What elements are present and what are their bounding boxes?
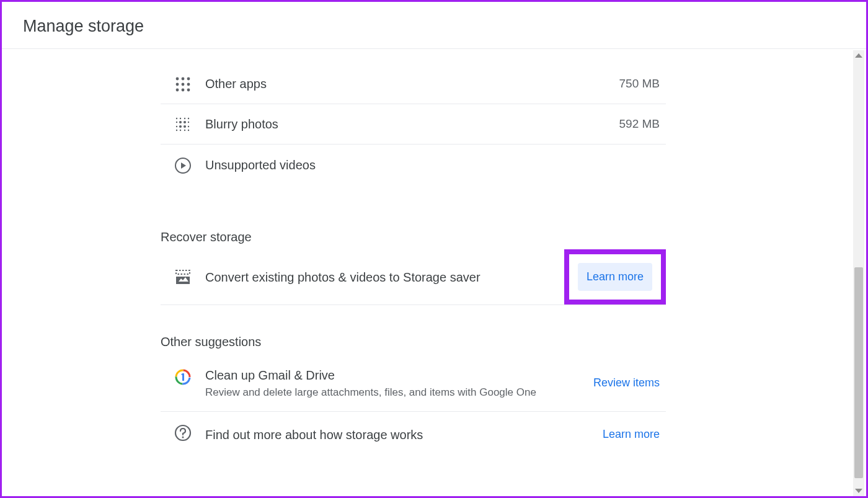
storage-row-unsupported-videos[interactable]: Unsupported videos <box>161 145 666 185</box>
svg-point-3 <box>176 83 179 86</box>
svg-point-17 <box>176 126 177 127</box>
review-items-link[interactable]: Review items <box>587 371 666 394</box>
highlight-annotation: Learn more <box>564 249 666 305</box>
svg-point-9 <box>176 118 177 119</box>
suggestion-row-learn-storage[interactable]: Find out more about how storage works Le… <box>161 412 666 457</box>
learn-more-link[interactable]: Learn more <box>596 423 666 446</box>
page-title: Manage storage <box>2 2 866 49</box>
help-circle-icon <box>161 423 205 442</box>
play-circle-icon <box>161 156 205 174</box>
svg-point-11 <box>184 118 185 119</box>
recover-row: Convert existing photos & videos to Stor… <box>161 249 666 305</box>
svg-point-15 <box>184 121 186 123</box>
svg-rect-26 <box>176 270 190 274</box>
svg-point-14 <box>179 121 182 123</box>
svg-point-20 <box>188 126 189 127</box>
row-label: Find out more about how storage works <box>205 426 596 443</box>
scroll-up-icon[interactable] <box>855 53 862 58</box>
suggestion-row-cleanup[interactable]: Clean up Gmail & Drive Review and delete… <box>161 354 666 412</box>
svg-point-1 <box>182 78 185 81</box>
svg-point-8 <box>187 89 190 92</box>
apps-icon <box>161 75 205 92</box>
svg-point-16 <box>188 122 189 123</box>
svg-point-5 <box>187 83 190 86</box>
row-value: 592 MB <box>619 117 666 131</box>
scroll-down-icon[interactable] <box>855 489 862 493</box>
section-title-recover: Recover storage <box>161 230 666 244</box>
storage-row-blurry-photos[interactable]: Blurry photos 592 MB <box>161 104 666 145</box>
scroll-thumb[interactable] <box>854 267 863 478</box>
row-label: Other apps <box>205 75 619 92</box>
svg-point-10 <box>180 118 181 119</box>
row-label: Blurry photos <box>205 115 619 133</box>
row-label: Convert existing photos & videos to Stor… <box>205 269 564 286</box>
learn-more-button[interactable]: Learn more <box>578 263 652 291</box>
svg-point-4 <box>182 83 185 86</box>
svg-point-12 <box>188 118 189 119</box>
section-title-suggestions: Other suggestions <box>161 335 666 349</box>
svg-point-19 <box>184 125 186 128</box>
svg-point-22 <box>180 130 181 131</box>
svg-point-21 <box>176 130 177 131</box>
svg-point-24 <box>188 130 189 131</box>
blurry-icon <box>161 115 205 133</box>
row-value: 750 MB <box>619 77 666 91</box>
svg-point-6 <box>176 89 179 92</box>
google-one-icon <box>161 367 205 386</box>
svg-point-0 <box>176 78 179 81</box>
svg-point-18 <box>179 125 182 128</box>
row-label: Unsupported videos <box>205 156 666 174</box>
row-label: Clean up Gmail & Drive <box>205 367 587 384</box>
svg-point-33 <box>182 437 184 438</box>
svg-point-7 <box>182 89 185 92</box>
row-sublabel: Review and delete large attachments, fil… <box>205 386 587 399</box>
storage-saver-icon <box>161 269 205 285</box>
svg-point-13 <box>176 122 177 123</box>
svg-point-2 <box>187 78 190 81</box>
scrollbar[interactable] <box>853 50 864 496</box>
svg-point-23 <box>184 130 185 131</box>
scroll-area: Other apps 750 MB Blurry photos 592 MB <box>2 50 852 496</box>
storage-row-other-apps[interactable]: Other apps 750 MB <box>161 64 666 104</box>
